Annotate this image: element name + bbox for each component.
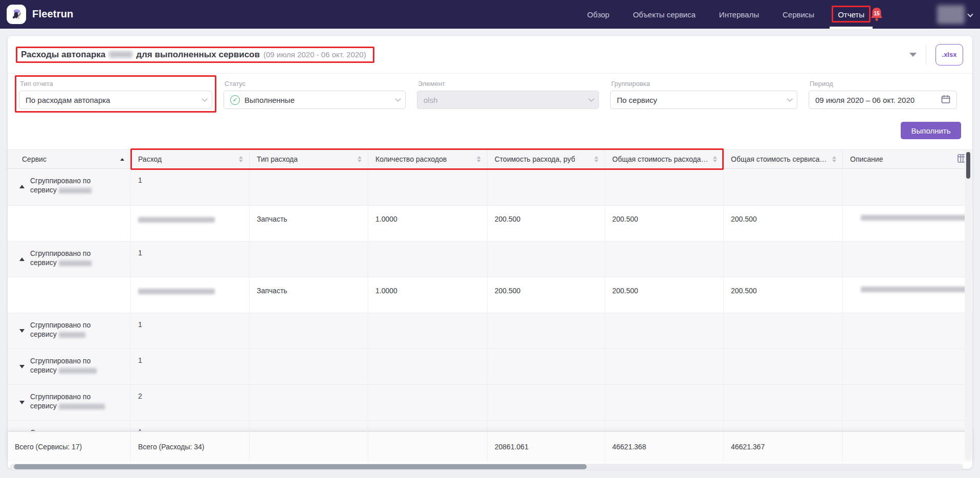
group-expense-count: 2 — [130, 385, 249, 420]
redacted-service-name — [59, 368, 97, 374]
redacted-description — [861, 215, 969, 221]
vertical-scrollbar-thumb[interactable] — [966, 152, 970, 179]
sort-icon[interactable] — [828, 156, 836, 162]
user-menu-chevron-down-icon[interactable] — [967, 11, 973, 17]
group-expense-count: 1 — [130, 169, 249, 205]
collapse-panel-icon[interactable] — [909, 53, 917, 57]
group-cell: Сгруппировано по сервису — [8, 349, 130, 384]
horizontal-scrollbar[interactable] — [10, 464, 963, 470]
table-row-group[interactable]: Сгруппировано по сервису 1 — [8, 421, 972, 431]
column-header-description[interactable]: Описание — [842, 150, 972, 168]
service-total-cell: 200.500 — [723, 206, 842, 241]
description-cell — [842, 206, 972, 241]
active-tab-underline — [830, 27, 873, 29]
sort-icon[interactable] — [709, 156, 717, 162]
chevron-down-icon — [395, 96, 400, 101]
report-title-row: Расходы автопарка для выполненных сервис… — [8, 36, 972, 74]
redacted-service-name — [59, 404, 105, 409]
filter-period: Период 09 июля 2020 – 06 окт. 2020 — [809, 80, 957, 109]
status-done-check-icon: ✓ — [230, 95, 240, 105]
status-select[interactable]: ✓ Выполненные — [224, 91, 406, 109]
calendar-icon[interactable] — [941, 95, 950, 105]
run-report-button[interactable]: Выполнить — [901, 122, 961, 139]
nav-intervals[interactable]: Интервалы — [719, 0, 759, 29]
table-row-detail[interactable]: Запчасть1.0000200.500200.500200.500 — [8, 206, 972, 242]
filters-row: Тип отчета По расходам автопарка Статус … — [19, 80, 961, 109]
group-label: Сгруппировано по сервису — [30, 391, 111, 420]
group-expense-count: 1 — [130, 313, 249, 349]
vertical-scrollbar[interactable] — [965, 149, 972, 461]
sort-icon[interactable] — [353, 156, 362, 162]
expand-group-icon[interactable] — [19, 329, 25, 333]
table-header-row: Сервис Расход Тип расхода Количество рас… — [8, 149, 972, 169]
collapse-group-icon[interactable] — [19, 185, 25, 188]
column-header-service[interactable]: Сервис — [8, 150, 130, 168]
main-nav: Обзор Объекты сервиса Интервалы Сервисы … — [587, 0, 864, 29]
export-xlsx-button[interactable]: .xlsx — [936, 44, 963, 66]
table-row-group[interactable]: Сгруппировано по сервису 2 — [8, 385, 972, 421]
element-select: olsh — [417, 91, 599, 109]
table-row-detail[interactable]: Запчасть1.0000200.500200.500200.500 — [8, 277, 972, 313]
group-cell: Сгруппировано по сервису — [8, 421, 130, 431]
expense-total-cell: 200.500 — [605, 206, 723, 241]
table-row-group[interactable]: Сгруппировано по сервису 1 — [8, 313, 972, 349]
sort-icon[interactable] — [590, 156, 598, 162]
report-type-select[interactable]: По расходам автопарка — [19, 91, 212, 109]
chevron-down-icon — [202, 96, 207, 101]
fleetrun-logo-icon[interactable] — [7, 5, 26, 24]
nav-services[interactable]: Сервисы — [783, 0, 814, 29]
filter-grouping: Группировка По сервису — [610, 80, 797, 109]
group-cell: Сгруппировано по сервису — [8, 242, 130, 277]
period-input[interactable]: 09 июля 2020 – 06 окт. 2020 — [809, 91, 957, 109]
user-avatar[interactable] — [937, 5, 965, 24]
expand-group-icon[interactable] — [19, 401, 25, 404]
column-header-expense-count[interactable]: Количество расходов — [368, 150, 487, 168]
group-label: Сгруппировано по сервису — [30, 319, 111, 349]
expand-group-icon[interactable] — [19, 365, 25, 368]
table-row-group[interactable]: Сгруппировано по сервису 1 — [8, 169, 972, 206]
group-expense-count: 1 — [130, 421, 249, 431]
group-label: Сгруппировано по сервису — [30, 175, 111, 205]
sort-asc-icon[interactable] — [116, 158, 124, 161]
expense-type-cell: Запчасть — [249, 206, 368, 241]
redacted-expense-name — [138, 289, 215, 294]
nav-reports[interactable]: Отчеты — [838, 0, 864, 29]
group-cell: Сгруппировано по сервису — [8, 313, 130, 349]
table-row-group[interactable]: Сгруппировано по сервису 1 — [8, 349, 972, 385]
grouping-select[interactable]: По сервису — [610, 91, 797, 109]
description-cell — [842, 277, 972, 313]
filter-report-type: Тип отчета По расходам автопарка — [19, 80, 212, 109]
column-header-expense[interactable]: Расход — [130, 150, 249, 168]
column-header-expense-cost[interactable]: Стоимость расхода, руб — [487, 150, 605, 168]
sort-icon[interactable] — [473, 156, 481, 162]
table-row-group[interactable]: Сгруппировано по сервису 1 — [8, 242, 972, 277]
expense-name-cell — [130, 206, 249, 241]
redacted-fleet-name — [109, 51, 132, 58]
notifications-bell-icon[interactable]: 15 — [870, 7, 886, 23]
filter-element: Элемент olsh — [417, 80, 599, 109]
chevron-down-icon — [588, 96, 594, 101]
table-totals-row: Всего (Сервисы: 17) Всего (Расходы: 34) … — [8, 431, 972, 462]
group-expense-count: 1 — [130, 242, 249, 277]
redacted-service-name — [59, 188, 92, 193]
column-header-expense-type[interactable]: Тип расхода — [249, 150, 368, 168]
brand-name: Fleetrun — [32, 8, 74, 20]
redacted-expense-name — [138, 217, 215, 223]
group-cell: Сгруппировано по сервису — [8, 385, 130, 420]
expense-total-cell: 200.500 — [605, 277, 723, 313]
report-title: Расходы автопарка для выполненных сервис… — [19, 49, 368, 61]
nav-overview[interactable]: Обзор — [587, 0, 609, 29]
collapse-group-icon[interactable] — [19, 257, 25, 261]
notification-badge: 15 — [870, 11, 884, 16]
expense-quantity-cell: 1.0000 — [368, 206, 487, 241]
group-cell: Сгруппировано по сервису — [8, 169, 130, 205]
column-header-expense-total[interactable]: Общая стоимость расхода, р… — [605, 150, 723, 168]
column-header-service-total[interactable]: Общая стоимость сервиса, р… — [723, 150, 842, 168]
horizontal-scrollbar-thumb[interactable] — [14, 464, 587, 469]
expense-quantity-cell: 1.0000 — [368, 277, 487, 313]
sort-icon[interactable] — [235, 156, 243, 162]
mascot-icon — [10, 8, 23, 21]
nav-service-objects[interactable]: Объекты сервиса — [633, 0, 695, 29]
totals-expenses: Всего (Расходы: 34) — [130, 432, 249, 462]
expense-cost-cell: 200.500 — [487, 206, 605, 241]
